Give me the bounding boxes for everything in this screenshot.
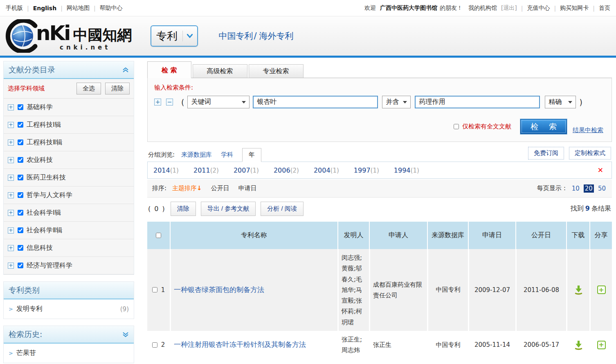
- column-header[interactable]: 发明人: [337, 222, 369, 249]
- operator-select[interactable]: 并含: [382, 96, 411, 108]
- nav-link[interactable]: 中国专利: [218, 30, 253, 42]
- category-label[interactable]: 经济与管理科学: [27, 261, 72, 270]
- year-facet[interactable]: 2014(1): [153, 166, 179, 174]
- expand-plus-icon[interactable]: [8, 122, 14, 128]
- year-facet[interactable]: 2006(2): [274, 166, 299, 174]
- search-button[interactable]: 检 索: [520, 119, 567, 134]
- select-all-checkbox[interactable]: [156, 233, 161, 238]
- cnki-logo[interactable]: nKi 中國知網 cnki.net: [4, 19, 132, 53]
- sort-option[interactable]: 公开日↓: [211, 184, 229, 192]
- history-item[interactable]: > 芒果苷: [4, 344, 134, 363]
- clear-selection-button[interactable]: 清除: [105, 83, 130, 94]
- share-plus-icon[interactable]: [597, 341, 606, 349]
- category-checkbox[interactable]: [18, 227, 23, 233]
- select-all-button[interactable]: 全选: [76, 83, 101, 94]
- column-header[interactable]: 分享: [589, 222, 612, 249]
- search-term-1-input[interactable]: [253, 96, 378, 108]
- expand-plus-icon[interactable]: [8, 157, 14, 163]
- category-checkbox[interactable]: [18, 192, 23, 198]
- nav-link[interactable]: 海外专利: [259, 30, 294, 42]
- category-checkbox[interactable]: [18, 210, 23, 216]
- search-tab[interactable]: 高级检索: [193, 64, 247, 78]
- row-select-checkbox[interactable]: [152, 287, 157, 292]
- group-link[interactable]: 来源数据库: [181, 151, 212, 162]
- expand-plus-icon[interactable]: [8, 104, 14, 110]
- download-icon[interactable]: [573, 340, 584, 350]
- topbar-link[interactable]: 手机版: [6, 4, 23, 12]
- database-switch-button[interactable]: 专利: [151, 25, 198, 47]
- category-label[interactable]: 信息科技: [27, 244, 53, 252]
- category-checkbox[interactable]: [18, 175, 23, 180]
- year-facet[interactable]: 2011(2): [193, 166, 219, 174]
- sort-option[interactable]: 主题排序↓: [172, 184, 202, 192]
- free-subscribe-button[interactable]: 免费订阅: [528, 147, 564, 160]
- expand-plus-icon[interactable]: [8, 210, 14, 216]
- search-tab[interactable]: 检 索: [147, 61, 191, 78]
- expand-plus-icon[interactable]: [8, 227, 14, 234]
- fulltext-only-option[interactable]: 仅检索有全文文献: [454, 123, 511, 130]
- expand-down-icon[interactable]: [122, 332, 129, 337]
- category-checkbox[interactable]: [18, 139, 23, 145]
- close-facet-icon[interactable]: ✕: [595, 166, 606, 174]
- expand-plus-icon[interactable]: [8, 192, 14, 198]
- add-condition-icon[interactable]: +: [154, 99, 161, 106]
- column-header[interactable]: 来源数据库: [427, 222, 468, 249]
- custom-search-button[interactable]: 定制检索式: [569, 147, 611, 160]
- category-checkbox[interactable]: [18, 263, 23, 268]
- search-term-2-input[interactable]: [415, 96, 540, 108]
- year-facet[interactable]: 1997(1): [354, 166, 379, 174]
- category-checkbox[interactable]: [18, 157, 23, 163]
- clear-selection-button[interactable]: 清除: [171, 202, 196, 216]
- topbar-link[interactable]: 网站地图: [67, 4, 90, 12]
- category-label[interactable]: 社会科学Ⅰ辑: [27, 209, 61, 217]
- column-header[interactable]: 申请人: [369, 222, 427, 249]
- topbar-link[interactable]: 首页: [599, 4, 610, 12]
- patent-title-link[interactable]: 一种注射用银杏叶冻干粉针剂及其制备方法: [174, 339, 306, 350]
- year-facet[interactable]: 2007(1): [234, 166, 259, 174]
- search-tab[interactable]: 专业检索: [249, 64, 304, 78]
- category-checkbox[interactable]: [18, 245, 23, 251]
- per-page-option[interactable]: 10: [571, 184, 581, 193]
- logout-link[interactable]: [退出]: [501, 4, 517, 12]
- year-facet[interactable]: 1994(1): [394, 166, 419, 174]
- category-checkbox[interactable]: [18, 104, 23, 110]
- export-references-button[interactable]: 导出 / 参考文献: [201, 202, 256, 216]
- my-library-link[interactable]: 我的机构馆: [468, 4, 497, 12]
- topbar-link[interactable]: English: [33, 5, 56, 11]
- column-header[interactable]: 申请日: [468, 222, 515, 249]
- category-label[interactable]: 基础科学: [27, 103, 53, 112]
- collapse-up-icon[interactable]: [122, 67, 129, 73]
- group-link[interactable]: 学科: [221, 151, 233, 162]
- column-header[interactable]: 专利名称: [170, 222, 337, 249]
- expand-plus-icon[interactable]: [8, 263, 14, 269]
- topbar-link[interactable]: 购买知网卡: [560, 4, 589, 12]
- category-label[interactable]: 社会科学Ⅱ辑: [27, 226, 63, 235]
- category-label[interactable]: 工程科技Ⅱ辑: [27, 138, 63, 147]
- expand-plus-icon[interactable]: [8, 139, 14, 146]
- expand-plus-icon[interactable]: [8, 245, 14, 251]
- category-label[interactable]: 哲学与人文科学: [27, 191, 72, 200]
- column-header[interactable]: 公开日: [515, 222, 566, 249]
- category-label[interactable]: 医药卫生科技: [27, 173, 66, 182]
- sort-option[interactable]: 申请日↓: [238, 184, 257, 192]
- category-label[interactable]: 农业科技: [27, 156, 53, 164]
- year-facet[interactable]: 2004(1): [314, 166, 339, 174]
- field-select[interactable]: 关键词: [187, 96, 250, 108]
- category-label[interactable]: 工程科技Ⅰ辑: [27, 121, 61, 129]
- patent-title-link[interactable]: 一种银杏绿茶面包的制备方法: [174, 285, 264, 295]
- per-page-option[interactable]: 50: [597, 184, 607, 193]
- group-tab-year[interactable]: 年: [242, 148, 261, 162]
- row-select-checkbox[interactable]: [152, 342, 157, 348]
- topbar-link[interactable]: 帮助中心: [100, 4, 123, 12]
- remove-condition-icon[interactable]: −: [166, 99, 173, 106]
- share-plus-icon[interactable]: [597, 285, 606, 294]
- analyze-read-button[interactable]: 分析 / 阅读: [261, 202, 304, 216]
- expand-plus-icon[interactable]: [8, 175, 14, 181]
- fulltext-only-checkbox[interactable]: [454, 124, 459, 129]
- topbar-link[interactable]: 充值中心: [527, 4, 550, 12]
- download-icon[interactable]: [573, 285, 584, 295]
- patent-type-item[interactable]: > 发明专利 (9): [4, 299, 134, 319]
- category-checkbox[interactable]: [18, 122, 23, 128]
- column-header[interactable]: 下载: [566, 222, 589, 249]
- match-mode-select[interactable]: 精确: [545, 96, 576, 108]
